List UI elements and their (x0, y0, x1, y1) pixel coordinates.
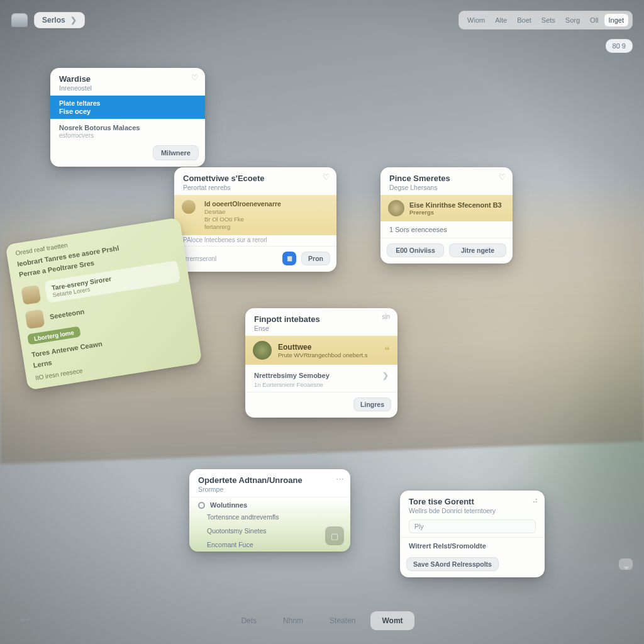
context-badge[interactable]: 80 9 (606, 39, 633, 53)
avatar-icon (182, 200, 196, 214)
strip-title: Eouttwee (278, 343, 368, 352)
note-text: PAloce Intecbenes sur a rerorl (174, 235, 336, 246)
more-icon[interactable]: ⠴ (532, 496, 538, 505)
heart-icon[interactable]: ♡ (323, 172, 330, 182)
card-tore[interactable]: ⠴ Tore tise Gorentt Wellrs bde Donrici t… (400, 491, 545, 577)
card-subtitle: Wellrs bde Donrici teterntoery (409, 507, 536, 514)
space-selector[interactable]: Serlos ❯ (34, 12, 85, 28)
right-action-button[interactable]: Jitre ngete (449, 243, 506, 257)
attach-icon[interactable]: ≣ (282, 252, 296, 265)
card-tilted-note[interactable]: Oresd reaf traetten Ieobrart Tanres ese … (5, 218, 202, 391)
radio-heading[interactable]: Wolutinnes (189, 497, 350, 510)
top-nav: Wiom Alte Boet Sets Sorg Oll Inget (458, 11, 633, 30)
heart-icon[interactable]: ♡ (191, 73, 199, 82)
card-comettviwe[interactable]: ♡ Comettviwe s'Ecoete Perortat renrebs I… (174, 167, 336, 272)
nav-link[interactable]: Sets (537, 14, 560, 26)
strip-sub: Prute WVRtrangechbod onebert.s (278, 352, 368, 358)
app-logo-icon[interactable] (11, 13, 28, 27)
list-item[interactable]: Tortensnce andtrevemfls (189, 510, 350, 524)
radio-icon (198, 502, 205, 509)
selected-item-main: Fise ocey (59, 108, 196, 115)
card-opdertete[interactable]: ⋯ Opdertete Adtnan/Unroane Srormpe Wolut… (189, 469, 350, 552)
strip-line: Br Ol OOtI Fke (204, 216, 281, 223)
selected-item-top: Plate teltares (59, 99, 196, 107)
section-label: Witrert Relst/Sromoldte (400, 538, 545, 552)
speech-icon: ❝ (384, 345, 390, 357)
heart-icon[interactable]: ♡ (499, 172, 506, 182)
expand-icon[interactable]: ▢ (325, 526, 344, 545)
card-subtitle: Degse Lhersans (389, 184, 504, 191)
nav-link[interactable]: Inget (604, 14, 628, 26)
row-item[interactable]: Nrettrebsimy Semobey ❯ (245, 365, 397, 381)
card-title: Tore tise Gorentt (409, 497, 536, 506)
strip-line: fertanrerg (204, 223, 281, 230)
chevron-right-icon: ❯ (382, 371, 389, 380)
avatar-icon (21, 284, 41, 304)
detail-line: 1 Sors erenceeses (380, 221, 513, 238)
avatar-icon (253, 341, 272, 360)
card-pince[interactable]: ♡ Pince Smeretes Degse Lhersans Eise Kin… (380, 167, 513, 264)
card-title: Comettviwe s'Ecoete (183, 174, 328, 183)
tab-nhnm[interactable]: Nhnm (272, 611, 314, 630)
card-subtitle: Perortat renrebs (183, 184, 328, 191)
card-title: Wardise (59, 74, 196, 84)
selected-item[interactable]: Plate teltares Fise ocey (50, 96, 205, 119)
highlight-strip: Id ooeertOlroenevenarre Desrtae Br Ol OO… (174, 195, 336, 235)
strip-title: Eise Kinrithse Sfecenont B3 (409, 201, 502, 209)
card-subtitle: Inreneostel (59, 84, 196, 92)
tab-womt[interactable]: Womt (370, 611, 414, 630)
avatar-icon (388, 200, 404, 216)
card-subtitle: Ense (254, 325, 389, 332)
card-wardise[interactable]: ♡ Wardise Inreneostel Plate teltares Fis… (50, 68, 205, 167)
strip-sub: Prerergs (409, 209, 502, 216)
card-subtitle: Srormpe (198, 486, 341, 493)
nav-link[interactable]: Oll (586, 14, 602, 26)
tab-steaten[interactable]: Steaten (318, 611, 367, 630)
lingres-button[interactable]: Lingres (353, 397, 391, 411)
nav-link[interactable]: Alte (491, 14, 511, 26)
nav-link[interactable]: Boet (513, 14, 536, 26)
timestamp: sin (382, 313, 390, 320)
card-finpott[interactable]: sin Finpott intebates Ense Eouttwee Prut… (245, 308, 397, 418)
space-label: Serlos (42, 16, 65, 25)
strip-line: Desrtae (204, 208, 281, 215)
strip-line: Id ooeertOlroenevenarre (204, 200, 281, 208)
bottom-tabbar: Dets Nhnm Steaten Womt (0, 611, 644, 630)
avatar-icon (25, 309, 45, 330)
chat-bubble-icon[interactable] (619, 558, 633, 570)
pron-button[interactable]: Pron (301, 252, 330, 265)
card-title: Finpott intebates (254, 314, 389, 324)
card-title: Opdertete Adtnan/Unroane (198, 475, 341, 485)
close-icon[interactable]: ⋯ (336, 474, 344, 484)
row-item-label: Nrettrebsimy Semobey (254, 372, 330, 379)
top-bar: Serlos ❯ Wiom Alte Boet Sets Sorg Oll In… (0, 9, 644, 31)
save-button[interactable]: Save SAord Relresspolts (406, 557, 499, 571)
card-title: Pince Smeretes (389, 174, 504, 183)
chevron-right-icon: ❯ (70, 16, 77, 25)
list-item-title: Nosrek Botorus Malaces (59, 124, 196, 131)
milwnere-button[interactable]: Milwnere (153, 145, 199, 160)
nav-link[interactable]: Wiom (463, 14, 489, 26)
left-action-button[interactable]: E00 Oniviiss (387, 243, 444, 257)
nav-link[interactable]: Sorg (561, 14, 584, 26)
tab-dets[interactable]: Dets (230, 611, 268, 630)
hint-text: 1n Eortersnienr Feoaesne (245, 381, 397, 392)
radio-label: Wolutinnes (210, 501, 247, 509)
reply-input[interactable] (409, 519, 536, 533)
list-item-sub: esforrocvers (59, 132, 196, 139)
